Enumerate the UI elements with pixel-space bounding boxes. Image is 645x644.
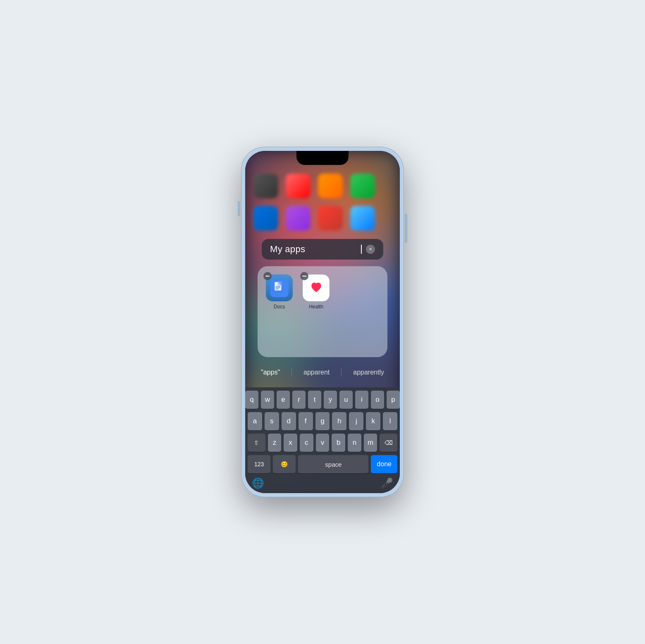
key-w[interactable]: w [261, 391, 274, 409]
key-x[interactable]: x [284, 434, 297, 452]
keyboard-row-4: 123 😊 space done [248, 455, 397, 473]
key-v[interactable]: v [316, 434, 330, 452]
suggestion-3[interactable]: apparently [350, 367, 387, 378]
key-t[interactable]: t [308, 391, 321, 409]
search-bar[interactable]: My apps × [262, 239, 383, 260]
key-emoji[interactable]: 😊 [273, 455, 296, 473]
bg-app-icon-3 [318, 174, 343, 198]
key-numbers[interactable]: 123 [248, 455, 270, 473]
key-q[interactable]: q [245, 391, 258, 409]
suggestion-divider-2 [341, 368, 342, 377]
bg-app-icon-5 [253, 206, 278, 231]
text-cursor [361, 245, 362, 254]
search-results-folder: Docs [258, 266, 387, 357]
key-g[interactable]: g [315, 412, 330, 430]
key-done[interactable]: done [371, 455, 397, 473]
svg-rect-7 [275, 289, 278, 289]
key-o[interactable]: o [371, 391, 384, 409]
key-a[interactable]: a [248, 412, 262, 430]
svg-rect-5 [275, 286, 280, 286]
key-u[interactable]: u [339, 391, 353, 409]
apps-grid: Docs [266, 274, 379, 310]
keyboard-row-2: a s d f g h j k l [248, 412, 397, 430]
key-k[interactable]: k [366, 412, 380, 430]
key-n[interactable]: n [348, 434, 361, 452]
globe-icon[interactable]: 🌐 [252, 477, 264, 489]
search-bar-container: My apps × [245, 239, 400, 260]
key-m[interactable]: m [364, 434, 377, 452]
search-input-text[interactable]: My apps [270, 244, 356, 255]
bg-app-icon-1 [253, 174, 278, 198]
key-d[interactable]: d [282, 412, 296, 430]
key-i[interactable]: i [355, 391, 368, 409]
search-clear-button[interactable]: × [366, 245, 375, 254]
keyboard-row-3: ⇧ z x c v b n m ⌫ [248, 434, 397, 452]
bg-app-icon-6 [286, 206, 311, 231]
key-y[interactable]: y [324, 391, 337, 409]
health-remove-button[interactable] [300, 272, 308, 280]
phone-screen: My apps × [245, 151, 400, 493]
key-h[interactable]: h [332, 412, 346, 430]
app-item-docs[interactable]: Docs [266, 274, 293, 310]
key-l[interactable]: l [383, 412, 397, 430]
screen-content: My apps × [245, 151, 400, 493]
bg-app-icon-7 [318, 206, 343, 231]
key-c[interactable]: c [300, 434, 313, 452]
key-e[interactable]: e [277, 391, 290, 409]
key-z[interactable]: z [268, 434, 282, 452]
suggestion-1[interactable]: "apps" [258, 367, 283, 378]
bg-app-icon-8 [350, 206, 375, 231]
app-item-health[interactable]: Health [303, 274, 330, 310]
virtual-keyboard: q w e r t y u i o p a s d f g [245, 387, 400, 493]
docs-icon-wrapper [266, 274, 293, 301]
key-r[interactable]: r [292, 391, 306, 409]
docs-remove-button[interactable] [263, 272, 272, 280]
key-p[interactable]: p [387, 391, 400, 409]
bg-app-icon-4 [350, 174, 375, 198]
health-svg-icon [307, 279, 325, 297]
health-app-label: Health [309, 304, 323, 310]
health-icon-wrapper [303, 274, 330, 301]
docs-svg-icon [270, 279, 289, 297]
key-space[interactable]: space [298, 455, 368, 473]
phone-notch [296, 151, 349, 165]
key-j[interactable]: j [349, 412, 363, 430]
key-shift[interactable]: ⇧ [248, 434, 265, 452]
suggestion-divider-1 [291, 368, 292, 377]
key-s[interactable]: s [265, 412, 279, 430]
keyboard-row-1: q w e r t y u i o p [248, 391, 397, 409]
keyboard-bottom-bar: 🌐 🎤 [248, 477, 397, 491]
key-b[interactable]: b [332, 434, 345, 452]
svg-rect-6 [275, 287, 280, 288]
docs-app-label: Docs [274, 304, 285, 310]
phone-device: My apps × [242, 148, 403, 496]
autocomplete-suggestions: "apps" apparent apparently [245, 364, 400, 381]
key-f[interactable]: f [299, 412, 313, 430]
suggestion-2[interactable]: apparent [300, 367, 333, 378]
microphone-icon[interactable]: 🎤 [381, 477, 393, 489]
bg-app-icon-2 [286, 174, 311, 198]
key-delete[interactable]: ⌫ [380, 434, 397, 452]
